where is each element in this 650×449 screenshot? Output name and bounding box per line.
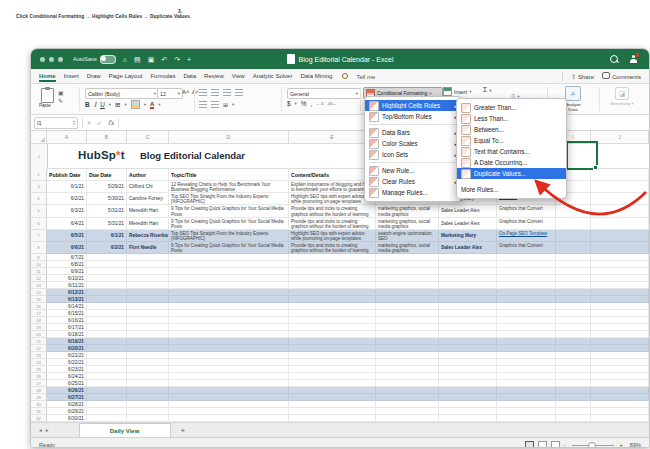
cell-c17[interactable] — [127, 310, 169, 317]
cell-b28[interactable] — [87, 387, 127, 394]
cell-i16[interactable] — [556, 303, 591, 310]
row-header-19[interactable]: 19 — [31, 324, 47, 331]
cell-i28[interactable] — [556, 387, 591, 394]
cell-h7[interactable]: On-Page SEO Template — [497, 230, 556, 242]
cell-e13[interactable] — [289, 282, 376, 289]
cell-e24[interactable] — [289, 359, 376, 366]
cell-b21[interactable] — [87, 338, 127, 345]
cell-c3[interactable]: Clifford Chi — [127, 181, 169, 193]
cell-c25[interactable] — [127, 366, 169, 373]
cell-h26[interactable] — [497, 373, 556, 380]
insert-function-icon[interactable]: fx — [108, 119, 114, 127]
cell-g28[interactable] — [439, 387, 497, 394]
column-header-a[interactable]: A — [47, 131, 87, 144]
cell-h14[interactable] — [497, 289, 556, 296]
cell-a28[interactable]: 6/26/21 — [47, 387, 87, 394]
cell-j11[interactable] — [591, 268, 649, 275]
tab-page-layout[interactable]: Page Layout — [109, 71, 143, 80]
cell-c13[interactable] — [127, 282, 169, 289]
cell-d4[interactable]: Top SEO Tips Straight From the Industry … — [169, 193, 289, 205]
name-box[interactable]: I1 ▴▾ — [34, 117, 78, 129]
cell-j20[interactable] — [591, 331, 649, 338]
cell-c32[interactable] — [127, 415, 169, 422]
cell-f32[interactable] — [376, 415, 439, 422]
cell-d13[interactable] — [169, 282, 289, 289]
cell-a17[interactable]: 6/15/21 — [47, 310, 87, 317]
zoom-out-icon[interactable]: - — [564, 442, 566, 448]
row-header-16[interactable]: 16 — [31, 303, 47, 310]
maximize-window-button[interactable] — [58, 57, 63, 62]
align-left-icon[interactable] — [199, 101, 207, 108]
cell-i23[interactable] — [556, 352, 591, 359]
cell-b15[interactable] — [87, 296, 127, 303]
cell-h16[interactable] — [497, 303, 556, 310]
cell-c4[interactable]: Caroline Forsey — [127, 193, 169, 205]
cell-d29[interactable] — [169, 394, 289, 401]
cell-c18[interactable] — [127, 317, 169, 324]
cell-b10[interactable] — [87, 261, 127, 268]
cell-b25[interactable] — [87, 366, 127, 373]
cell-i29[interactable] — [556, 394, 591, 401]
cell-c5[interactable]: Meredith Hart — [127, 205, 169, 217]
cell-f23[interactable] — [376, 352, 439, 359]
cell-b12[interactable] — [87, 275, 127, 282]
cell-g5[interactable]: Sales Leader Alex — [439, 205, 497, 217]
cell-a20[interactable]: 6/18/21 — [47, 331, 87, 338]
cell-b26[interactable] — [87, 373, 127, 380]
cell-f30[interactable] — [376, 401, 439, 408]
cell-a26[interactable]: 6/24/21 — [47, 373, 87, 380]
cell-a15[interactable]: 6/13/21 — [47, 296, 87, 303]
cell-i20[interactable] — [556, 331, 591, 338]
cell-h24[interactable] — [497, 359, 556, 366]
column-header-b[interactable]: B — [87, 131, 127, 144]
row-header-1[interactable]: 1 — [31, 144, 48, 169]
share-button[interactable]: ⇧ Share — [571, 73, 594, 80]
cell-a6[interactable]: 6/4/21 — [47, 218, 87, 230]
cell-i21[interactable] — [556, 338, 591, 345]
cell-e21[interactable] — [289, 338, 376, 345]
cell-a10[interactable]: 6/8/21 — [47, 261, 87, 268]
cell-i17[interactable] — [556, 310, 591, 317]
tab-draw[interactable]: Draw — [87, 71, 101, 80]
cell-h17[interactable] — [497, 310, 556, 317]
align-middle-icon[interactable] — [211, 89, 219, 96]
cell-b3[interactable]: 5/29/21 — [87, 181, 127, 193]
cell-b19[interactable] — [87, 324, 127, 331]
cell-d15[interactable] — [169, 296, 289, 303]
customize-toolbar-icon[interactable]: + — [187, 56, 191, 63]
cell-f6[interactable]: marketing graphics, social media graphic… — [376, 218, 439, 230]
decrease-decimal-icon[interactable]: .00→ — [327, 102, 336, 106]
cell-a30[interactable]: 6/28/21 — [47, 401, 87, 408]
column-header-c[interactable]: C — [127, 131, 169, 144]
row-header-5[interactable]: 5 — [31, 205, 47, 217]
cell-h15[interactable] — [497, 296, 556, 303]
cell-j5[interactable] — [591, 205, 649, 217]
cell-a23[interactable]: 6/21/21 — [47, 352, 87, 359]
cell-j12[interactable] — [591, 275, 649, 282]
row-header-32[interactable]: 32 — [31, 415, 47, 422]
cell-a31[interactable]: 6/29/21 — [47, 408, 87, 415]
borders-icon[interactable]: ⊞ — [115, 101, 120, 109]
cell-g22[interactable] — [439, 345, 497, 352]
row-header-17[interactable]: 17 — [31, 310, 47, 317]
zoom-in-icon[interactable]: + — [620, 442, 623, 448]
cell-c22[interactable] — [127, 345, 169, 352]
cell-f17[interactable] — [376, 310, 439, 317]
row-header-25[interactable]: 25 — [31, 366, 47, 373]
cell-h29[interactable] — [497, 394, 556, 401]
cell-i5[interactable] — [556, 205, 591, 217]
cell-c15[interactable] — [127, 296, 169, 303]
cell-i7[interactable] — [556, 230, 591, 242]
cell-d32[interactable] — [169, 415, 289, 422]
cell-d5[interactable]: 9 Tips for Creating Quick Graphics for Y… — [169, 205, 289, 217]
cell-h9[interactable] — [497, 254, 556, 261]
redo-icon[interactable]: ↷ — [174, 56, 180, 63]
cell-j15[interactable] — [591, 296, 649, 303]
cell-e18[interactable] — [289, 317, 376, 324]
comments-button[interactable]: Comments — [602, 72, 641, 80]
cell-c21[interactable] — [127, 338, 169, 345]
row-header-21[interactable]: 21 — [31, 338, 47, 345]
cell-j21[interactable] — [591, 338, 649, 345]
cell-a3[interactable]: 6/1/21 — [47, 181, 87, 193]
cell-g27[interactable] — [439, 380, 497, 387]
